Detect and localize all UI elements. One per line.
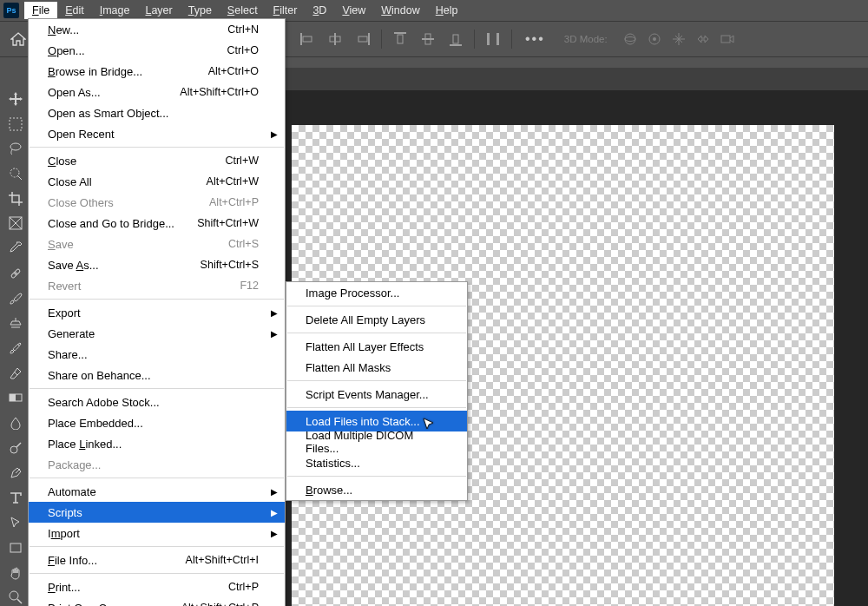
menu-shortcut: Ctrl+O [227,44,259,56]
menu-separator [287,306,466,306]
menubar-layer[interactable]: Layer [137,2,180,19]
align-right-icon[interactable] [351,27,375,51]
menubar-view[interactable]: View [334,2,373,19]
home-icon[interactable] [9,30,28,49]
menu-item-label: Flatten All Layer Effects [306,340,441,353]
frame-tool[interactable] [6,215,25,233]
menu-item-label: Close All [48,175,207,188]
move-tool[interactable] [6,90,25,108]
menu-item-label: Print... [48,581,228,594]
file-menu-place-linked[interactable]: Place Linked... [29,433,285,454]
hand-tool[interactable] [6,564,25,582]
scripts-menu-browse[interactable]: Browse... [286,479,467,500]
menu-shortcut: Alt+Shift+Ctrl+P [181,602,259,606]
clone-stamp-tool[interactable] [6,314,25,332]
gradient-tool[interactable] [6,390,25,407]
quick-select-tool[interactable] [6,165,25,182]
camera-icon[interactable] [717,29,738,49]
rectangle-tool[interactable] [6,539,25,557]
menubar-3d[interactable]: 3D [305,2,334,19]
svg-point-28 [10,591,18,600]
menubar-image[interactable]: Image [92,2,138,19]
scripts-menu-statistics[interactable]: Statistics... [286,452,467,473]
menubar-help[interactable]: Help [428,2,466,19]
menu-item-label: Scripts [48,506,259,519]
file-menu-save-as[interactable]: Save As...Shift+Ctrl+S [29,254,285,275]
scripts-menu-flatten-all-layer-effects[interactable]: Flatten All Layer Effects [286,336,467,357]
file-menu-file-info[interactable]: File Info...Alt+Shift+Ctrl+I [29,550,285,570]
file-menu-automate[interactable]: Automate▶ [29,481,285,502]
menubar-edit[interactable]: Edit [57,2,92,19]
pan-icon[interactable] [668,29,689,49]
file-menu-print-one-copy[interactable]: Print One CopyAlt+Shift+Ctrl+P [29,597,285,606]
menu-item-label: Browse in Bridge... [48,65,208,78]
healing-tool[interactable] [6,265,25,282]
align-top-icon[interactable] [388,27,412,51]
menu-separator [30,388,284,389]
slide-icon[interactable] [693,29,713,49]
separator [474,30,475,49]
file-menu-open[interactable]: Open...Ctrl+O [29,40,285,61]
roll-icon[interactable] [644,29,665,49]
dodge-tool[interactable] [6,439,25,457]
menu-item-label: Save As... [48,259,201,272]
menubar-window[interactable]: Window [373,2,427,19]
more-options-icon[interactable]: ••• [518,31,552,47]
scripts-menu-script-events-manager[interactable]: Script Events Manager... [286,384,467,405]
file-menu-close-and-go-to-bridge[interactable]: Close and Go to Bridge...Shift+Ctrl+W [29,213,285,234]
submenu-arrow-icon: ▶ [271,308,278,318]
zoom-tool[interactable] [6,589,25,606]
marquee-tool[interactable] [6,115,25,133]
file-menu-place-embedded[interactable]: Place Embedded... [29,412,285,433]
path-select-tool[interactable] [6,514,25,531]
file-menu-search-adobe-stock[interactable]: Search Adobe Stock... [29,392,285,412]
scripts-menu-image-processor[interactable]: Image Processor... [286,282,467,303]
file-menu-import[interactable]: Import▶ [29,523,285,543]
type-tool[interactable] [6,490,25,507]
menubar-type[interactable]: Type [181,2,220,19]
eyedropper-tool[interactable] [6,240,25,257]
file-menu-print[interactable]: Print...Ctrl+P [29,576,285,597]
orbit-icon[interactable] [620,29,641,49]
svg-rect-0 [300,33,302,45]
menu-shortcut: Ctrl+N [227,23,259,36]
file-menu-new[interactable]: New...Ctrl+N [29,19,285,40]
brush-tool[interactable] [6,290,25,307]
menu-item-label: File Info... [48,554,186,567]
scripts-menu-delete-all-empty-layers[interactable]: Delete All Empty Layers [286,309,467,330]
menubar-filter[interactable]: Filter [266,2,306,19]
menubar-select[interactable]: Select [220,2,266,19]
file-menu-close-all[interactable]: Close AllAlt+Ctrl+W [29,171,285,192]
pen-tool[interactable] [6,464,25,482]
file-menu-open-as-smart-object[interactable]: Open as Smart Object... [29,102,285,123]
file-menu-generate[interactable]: Generate▶ [29,323,285,344]
file-menu-open-as[interactable]: Open As...Alt+Shift+Ctrl+O [29,82,285,102]
file-menu-share[interactable]: Share... [29,344,285,365]
file-menu-close[interactable]: CloseCtrl+W [29,150,285,171]
svg-rect-5 [358,36,367,42]
file-menu-browse-in-bridge[interactable]: Browse in Bridge...Alt+Ctrl+O [29,61,285,82]
align-bottom-icon[interactable] [444,27,468,51]
eraser-tool[interactable] [6,365,25,382]
blur-tool[interactable] [6,414,25,431]
menubar-file[interactable]: File [24,2,57,19]
file-menu-share-on-behance[interactable]: Share on Behance... [29,365,285,385]
file-menu-open-recent[interactable]: Open Recent▶ [29,123,285,144]
history-brush-tool[interactable] [6,339,25,357]
menu-item-label: Browse... [306,484,441,497]
menu-item-label: Close and Go to Bridge... [48,217,197,230]
align-left-icon[interactable] [295,27,319,51]
menu-item-label: Share... [48,348,259,361]
distribute-icon[interactable] [481,27,505,51]
menu-item-label: Search Adobe Stock... [48,396,259,409]
scripts-menu-load-multiple-dicom-files[interactable]: Load Multiple DICOM Files... [286,431,467,452]
crop-tool[interactable] [6,190,25,207]
svg-rect-12 [487,33,490,45]
align-center-v-icon[interactable] [416,27,440,51]
tools-panel [0,57,31,606]
scripts-menu-flatten-all-masks[interactable]: Flatten All Masks [286,357,467,378]
lasso-tool[interactable] [6,140,25,157]
file-menu-scripts[interactable]: Scripts▶ [29,502,285,523]
align-center-h-icon[interactable] [323,27,347,51]
file-menu-export[interactable]: Export▶ [29,302,285,323]
